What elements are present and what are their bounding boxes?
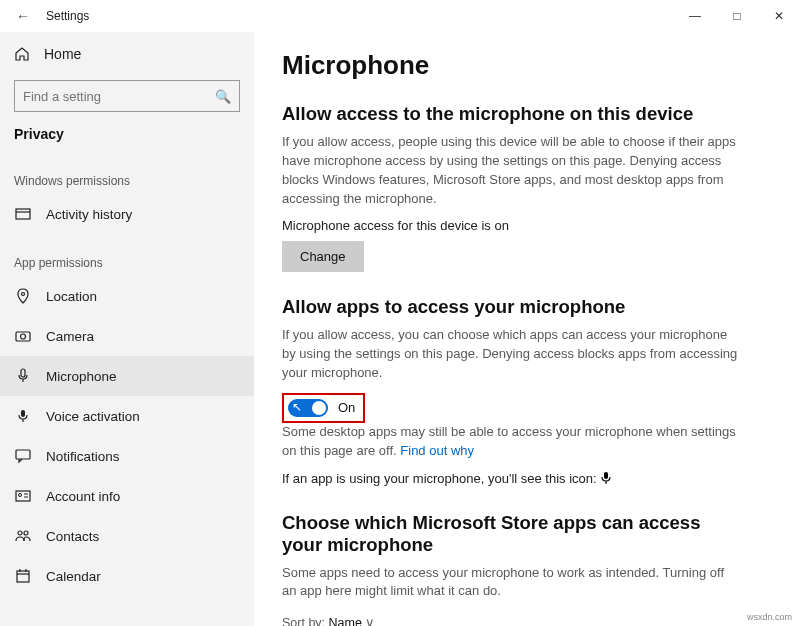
sidebar-item-label: Camera: [46, 329, 94, 344]
change-button[interactable]: Change: [282, 241, 364, 272]
sidebar-item-contacts[interactable]: Contacts: [0, 516, 254, 556]
chat-icon: [14, 448, 32, 464]
sidebar-item-label: Contacts: [46, 529, 99, 544]
svg-point-2: [22, 293, 25, 296]
sidebar-item-microphone[interactable]: Microphone: [0, 356, 254, 396]
svg-rect-7: [21, 410, 25, 417]
search-box[interactable]: 🔍: [14, 80, 240, 112]
svg-rect-10: [16, 491, 30, 501]
svg-rect-20: [604, 472, 608, 479]
category-heading: Privacy: [0, 122, 254, 152]
home-label: Home: [44, 46, 81, 62]
sidebar-item-label: Calendar: [46, 569, 101, 584]
voice-icon: [14, 408, 32, 424]
find-out-why-link[interactable]: Find out why: [400, 443, 474, 458]
contacts-icon: [14, 528, 32, 544]
sidebar-item-label: Activity history: [46, 207, 132, 222]
search-input[interactable]: [23, 89, 215, 104]
sidebar-item-account-info[interactable]: Account info: [0, 476, 254, 516]
svg-rect-16: [17, 571, 29, 582]
sort-label: Sort by:: [282, 616, 325, 626]
device-access-status: Microphone access for this device is on: [282, 218, 742, 233]
section2-title: Allow apps to access your microphone: [282, 296, 742, 318]
sidebar-item-label: Account info: [46, 489, 120, 504]
section2-note: Some desktop apps may still be able to a…: [282, 423, 742, 461]
calendar-icon: [14, 568, 32, 584]
svg-rect-0: [16, 209, 30, 219]
sidebar-item-activity-history[interactable]: Activity history: [0, 194, 254, 234]
section1-title: Allow access to the microphone on this d…: [282, 103, 742, 125]
back-button[interactable]: ←: [8, 8, 38, 24]
window-title: Settings: [46, 9, 89, 23]
home-icon: [14, 46, 30, 62]
group-app-permissions: App permissions: [0, 234, 254, 276]
body: Home 🔍 Privacy Windows permissions Activ…: [0, 32, 800, 626]
sidebar-item-voice-activation[interactable]: Voice activation: [0, 396, 254, 436]
account-icon: [14, 488, 32, 504]
section2-desc: If you allow access, you can choose whic…: [282, 326, 742, 383]
svg-point-15: [24, 531, 28, 535]
svg-rect-9: [16, 450, 30, 459]
section3-title: Choose which Microsoft Store apps can ac…: [282, 512, 742, 556]
camera-icon: [14, 328, 32, 344]
sidebar-item-location[interactable]: Location: [0, 276, 254, 316]
svg-rect-3: [16, 332, 30, 341]
svg-point-4: [21, 334, 26, 339]
toggle-state-label: On: [338, 400, 355, 415]
group-windows-permissions: Windows permissions: [0, 152, 254, 194]
page-title: Microphone: [282, 50, 742, 81]
chevron-down-icon: ∨: [365, 616, 375, 626]
sidebar-item-label: Microphone: [46, 369, 117, 384]
maximize-button[interactable]: □: [716, 0, 758, 32]
sidebar-item-label: Voice activation: [46, 409, 140, 424]
sidebar-item-label: Location: [46, 289, 97, 304]
search-icon: 🔍: [215, 89, 231, 104]
sidebar-item-calendar[interactable]: Calendar: [0, 556, 254, 596]
microphone-icon: [14, 368, 32, 384]
location-icon: [14, 288, 32, 304]
cursor-icon: ↖: [292, 400, 302, 414]
minimize-button[interactable]: —: [674, 0, 716, 32]
main-content: Microphone Allow access to the microphon…: [254, 32, 800, 626]
window-controls: — □ ✕: [674, 0, 800, 32]
svg-point-11: [19, 494, 22, 497]
home-nav[interactable]: Home: [0, 36, 254, 72]
section1-desc: If you allow access, people using this d…: [282, 133, 742, 208]
note-text: Some desktop apps may still be able to a…: [282, 424, 736, 458]
settings-window: ← Settings — □ ✕ Home 🔍 Privacy Windows …: [0, 0, 800, 626]
sidebar-item-camera[interactable]: Camera: [0, 316, 254, 356]
sort-by-control[interactable]: Sort by: Name ∨: [282, 615, 742, 626]
sidebar-item-label: Notifications: [46, 449, 120, 464]
apps-access-toggle[interactable]: ↖: [288, 399, 328, 417]
mic-in-use-icon: [600, 471, 612, 488]
usage-indicator-text: If an app is using your microphone, you'…: [282, 471, 742, 488]
svg-point-14: [18, 531, 22, 535]
toggle-knob: [312, 401, 326, 415]
highlight-annotation: ↖ On: [282, 393, 365, 423]
sidebar-item-notifications[interactable]: Notifications: [0, 436, 254, 476]
watermark: wsxdn.com: [747, 612, 792, 622]
svg-rect-5: [21, 369, 25, 377]
section3-desc: Some apps need to access your microphone…: [282, 564, 742, 602]
sort-value: Name: [329, 616, 362, 626]
close-button[interactable]: ✕: [758, 0, 800, 32]
sidebar: Home 🔍 Privacy Windows permissions Activ…: [0, 32, 254, 626]
activity-icon: [14, 206, 32, 222]
titlebar: ← Settings — □ ✕: [0, 0, 800, 32]
